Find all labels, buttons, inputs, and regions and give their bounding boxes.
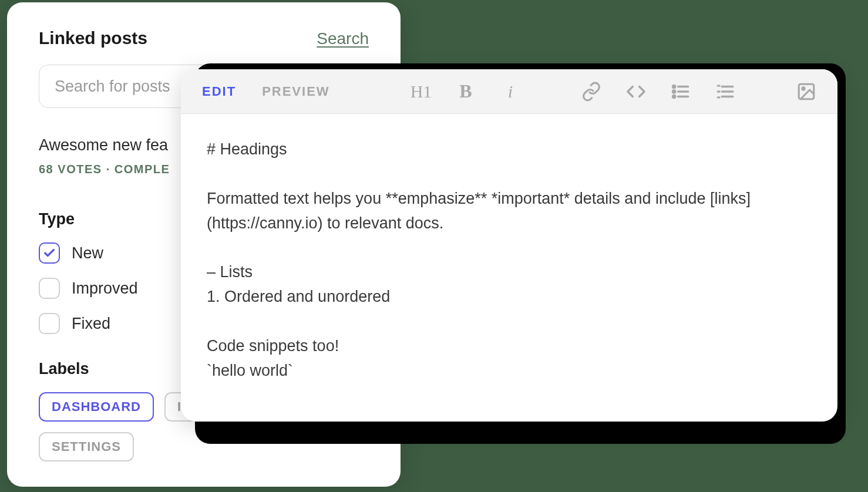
svg-point-3 <box>673 85 675 87</box>
ordered-list-button[interactable] <box>715 82 735 102</box>
code-icon <box>626 82 646 102</box>
editor-textarea[interactable]: # Headings Formatted text helps you **em… <box>181 114 837 422</box>
label-chip-settings[interactable]: SETTINGS <box>39 432 134 461</box>
editor-toolbar: EDIT PREVIEW H1 B i <box>181 69 837 114</box>
tab-edit[interactable]: EDIT <box>202 84 236 99</box>
checkbox-improved[interactable] <box>39 278 60 299</box>
italic-button[interactable]: i <box>500 82 520 102</box>
type-label-new: New <box>72 244 103 262</box>
bold-button[interactable]: B <box>456 82 476 102</box>
editor-tabs: EDIT PREVIEW <box>202 84 330 99</box>
panel-header: Linked posts Search <box>39 28 369 48</box>
code-button[interactable] <box>626 82 646 102</box>
unordered-list-button[interactable] <box>671 82 691 102</box>
svg-point-13 <box>802 87 805 89</box>
checkbox-new[interactable] <box>39 242 60 264</box>
h1-icon: H1 <box>411 82 432 102</box>
link-icon <box>581 82 601 102</box>
toolbar-icons: H1 B i <box>411 82 816 102</box>
list-ol-icon <box>715 82 735 102</box>
italic-icon: i <box>508 82 513 102</box>
image-button[interactable] <box>796 82 816 102</box>
panel-title: Linked posts <box>39 28 147 48</box>
bold-icon: B <box>459 80 472 102</box>
checkbox-fixed[interactable] <box>39 313 60 334</box>
list-ul-icon <box>671 82 691 102</box>
image-icon <box>796 82 816 102</box>
type-label-improved: Improved <box>72 279 138 298</box>
heading-button[interactable]: H1 <box>411 82 431 102</box>
type-label-fixed: Fixed <box>72 315 110 333</box>
label-chip-dashboard[interactable]: DASHBOARD <box>39 392 154 422</box>
link-button[interactable] <box>581 82 601 102</box>
svg-point-5 <box>673 95 675 97</box>
tab-preview[interactable]: PREVIEW <box>262 84 329 99</box>
svg-point-4 <box>673 90 675 92</box>
search-link[interactable]: Search <box>317 29 369 48</box>
editor-panel: EDIT PREVIEW H1 B i <box>181 69 837 422</box>
check-icon <box>43 247 56 260</box>
